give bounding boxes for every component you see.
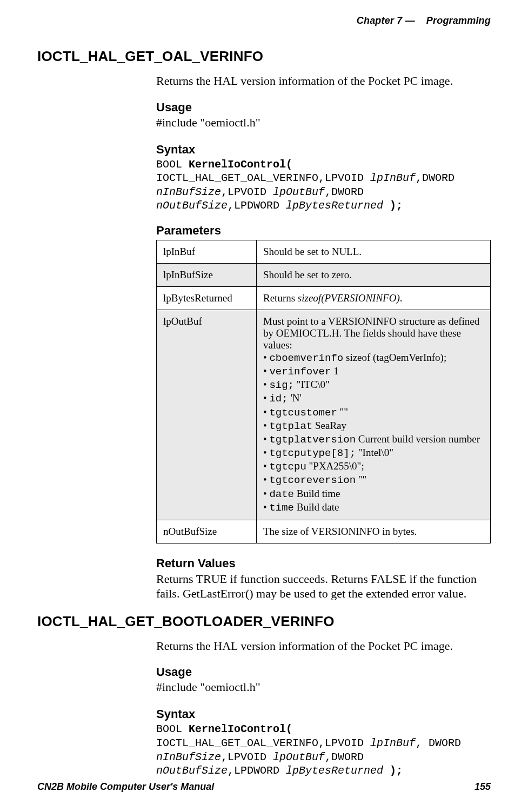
list-item: tgtcpu "PXA255\0"; xyxy=(263,460,484,473)
syntax1-seg5: ,LPDWORD xyxy=(228,199,286,212)
code: cboemverinfo xyxy=(269,352,343,364)
usage-text-2: #include "oemioctl.h" xyxy=(156,680,491,694)
text: Current build version number xyxy=(356,433,480,445)
syntax1-a1: lpInBuf xyxy=(370,172,416,184)
syntax2-a2: nInBufSize xyxy=(156,751,221,763)
section-1-body: Returns the HAL version information of t… xyxy=(156,73,491,601)
page-footer: CN2B Mobile Computer User's Manual 155 xyxy=(37,781,491,793)
page: Chapter 7 — Programming IOCTL_HAL_GET_OA… xyxy=(0,0,528,812)
parameters-heading: Parameters xyxy=(156,224,491,238)
syntax2-seg4: ,DWORD xyxy=(325,751,364,763)
parameters-table: lpInBuf Should be set to NULL. lpInBufSi… xyxy=(156,240,491,543)
usage-text-1: #include "oemioctl.h" xyxy=(156,116,491,130)
table-row: lpOutBuf Must point to a VERSIONINFO str… xyxy=(157,310,491,520)
code: tgtcpu xyxy=(269,461,306,473)
list-item: tgtcoreversion "" xyxy=(263,473,484,487)
return-text: Returns TRUE if function succeeds. Retur… xyxy=(156,572,491,601)
param-desc: The size of VERSIONINFO in bytes. xyxy=(257,520,491,543)
table-row: lpBytesReturned Returns sizeof(PVERSIONI… xyxy=(157,286,491,310)
syntax2-a3: lpOutBuf xyxy=(273,751,325,763)
syntax1-seg4: ,DWORD xyxy=(325,186,364,198)
syntax2-seg2: , DWORD xyxy=(416,737,461,749)
syntax1-end: ); xyxy=(383,199,403,212)
section2-intro: Returns the HAL version information of t… xyxy=(156,639,491,654)
syntax2-func: KernelIoControl( xyxy=(189,723,292,735)
list-item: date Build time xyxy=(263,487,484,501)
syntax2-a4: nOutBufSize xyxy=(156,764,228,777)
syntax1-a3: lpOutBuf xyxy=(273,186,325,198)
list-item: verinfover 1 xyxy=(263,365,484,378)
usage-heading-2: Usage xyxy=(156,665,491,679)
list-item: id; 'N' xyxy=(263,392,484,405)
param-desc: Returns sizeof(PVERSIONINFO). xyxy=(257,286,491,310)
text: "ITC\0" xyxy=(294,379,330,390)
code: sig; xyxy=(269,379,294,391)
code: tgtcoreversion xyxy=(269,474,356,486)
syntax2-a5: lpBytesReturned xyxy=(286,764,383,777)
param-desc-post: . xyxy=(400,292,403,304)
syntax2-seg3: ,LPVOID xyxy=(221,751,273,763)
text: Build time xyxy=(294,488,340,499)
syntax-heading-1: Syntax xyxy=(156,143,491,157)
syntax1-seg3: ,LPVOID xyxy=(221,186,273,198)
code: date xyxy=(269,488,294,500)
syntax1-seg2: ,DWORD xyxy=(416,172,455,184)
syntax-code-2: BOOL KernelIoControl( IOCTL_HAL_GET_OAL_… xyxy=(156,722,491,777)
syntax1-func: KernelIoControl( xyxy=(189,158,292,171)
list-item: tgtcustomer "" xyxy=(263,406,484,419)
running-header: Chapter 7 — Programming xyxy=(37,15,491,26)
syntax-heading-2: Syntax xyxy=(156,707,491,721)
param-bullets: cboemverinfo sizeof (tagOemVerInfo); ver… xyxy=(263,351,484,514)
chapter-title: Programming xyxy=(426,15,491,26)
code: tgtplatversion xyxy=(269,434,356,446)
param-name: lpInBufSize xyxy=(157,263,257,286)
code: tgtcputype[8]; xyxy=(269,447,356,459)
param-desc-em: sizeof(PVERSIONINFO) xyxy=(298,292,400,304)
section-heading-1: IOCTL_HAL_GET_OAL_VERINFO xyxy=(37,48,491,65)
param-name: lpOutBuf xyxy=(157,310,257,520)
param-name: lpInBuf xyxy=(157,240,257,263)
syntax-code-1: BOOL KernelIoControl( IOCTL_HAL_GET_OAL_… xyxy=(156,158,491,213)
list-item: tgtplat SeaRay xyxy=(263,419,484,433)
section-heading-2: IOCTL_HAL_GET_BOOTLOADER_VERINFO xyxy=(37,613,491,630)
code: tgtcustomer xyxy=(269,407,337,419)
text: Build date xyxy=(294,501,339,513)
code: verinfover xyxy=(269,366,331,378)
text: "" xyxy=(356,474,366,485)
syntax2-seg1: IOCTL_HAL_GET_OAL_VERINFO,LPVOID xyxy=(156,737,370,749)
syntax2-a1: lpInBuf xyxy=(370,737,416,749)
syntax1-prefix: BOOL xyxy=(156,158,189,171)
text: sizeof (tagOemVerInfo); xyxy=(343,352,446,363)
return-heading: Return Values xyxy=(156,556,491,571)
text: 'N' xyxy=(288,392,302,404)
param-desc: Should be set to zero. xyxy=(257,263,491,286)
syntax1-seg1: IOCTL_HAL_GET_OAL_VERINFO,LPVOID xyxy=(156,172,370,184)
code: tgtplat xyxy=(269,420,312,432)
text: "PXA255\0"; xyxy=(306,460,364,472)
text: "" xyxy=(337,406,348,418)
list-item: sig; "ITC\0" xyxy=(263,378,484,392)
list-item: tgtcputype[8]; "Intel\0" xyxy=(263,446,484,460)
syntax1-a5: lpBytesReturned xyxy=(286,199,383,212)
usage-heading-1: Usage xyxy=(156,100,491,115)
param-desc-pre: Returns xyxy=(263,292,298,304)
syntax2-prefix: BOOL xyxy=(156,723,189,735)
param-desc: Must point to a VERSIONINFO structure as… xyxy=(257,310,491,520)
text: 1 xyxy=(331,365,338,377)
section1-intro: Returns the HAL version information of t… xyxy=(156,73,491,89)
param-name: nOutBufSize xyxy=(157,520,257,543)
section-2-body: Returns the HAL version information of t… xyxy=(156,639,491,778)
param-name: lpBytesReturned xyxy=(157,286,257,310)
code: id; xyxy=(269,393,288,405)
param-lead: Must point to a VERSIONINFO structure as… xyxy=(263,316,484,351)
syntax2-seg5: ,LPDWORD xyxy=(228,764,286,777)
footer-manual-title: CN2B Mobile Computer User's Manual xyxy=(37,781,214,793)
list-item: cboemverinfo sizeof (tagOemVerInfo); xyxy=(263,351,484,365)
param-desc: Should be set to NULL. xyxy=(257,240,491,263)
table-row: lpInBufSize Should be set to zero. xyxy=(157,263,491,286)
footer-page-number: 155 xyxy=(474,781,491,793)
text: "Intel\0" xyxy=(356,447,393,458)
syntax2-end: ); xyxy=(383,764,403,777)
syntax1-a4: nOutBufSize xyxy=(156,199,228,212)
chapter-label: Chapter 7 — xyxy=(357,15,415,26)
